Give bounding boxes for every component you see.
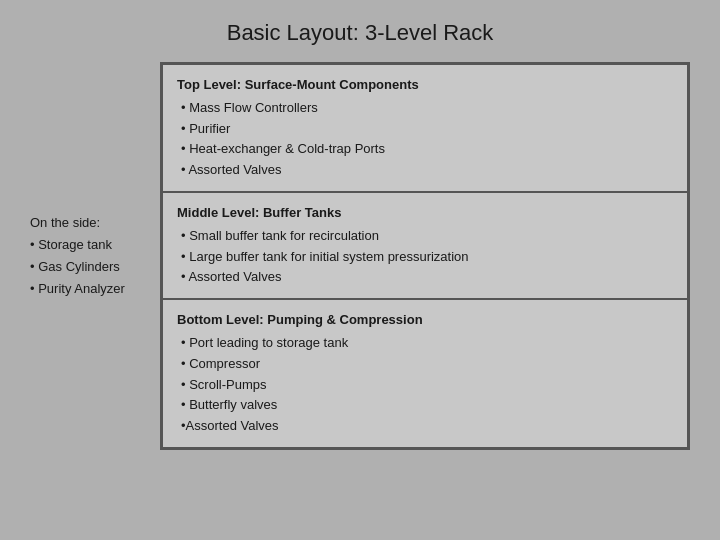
bottom-bullet-2: • Compressor — [177, 354, 673, 375]
middle-bullet-2: • Large buffer tank for initial system p… — [177, 247, 673, 268]
rack-level-top: Top Level: Surface-Mount Components • Ma… — [162, 64, 688, 192]
top-bullet-1: • Mass Flow Controllers — [177, 98, 673, 119]
rack-level-bottom: Bottom Level: Pumping & Compression • Po… — [162, 299, 688, 448]
side-item-2: • Gas Cylinders — [30, 256, 148, 278]
page-title: Basic Layout: 3-Level Rack — [227, 20, 494, 46]
rack-level-middle: Middle Level: Buffer Tanks • Small buffe… — [162, 192, 688, 299]
side-panel-label: On the side: — [30, 212, 148, 234]
middle-level-title: Middle Level: Buffer Tanks — [177, 203, 673, 224]
main-layout: On the side: • Storage tank • Gas Cylind… — [30, 62, 690, 450]
bottom-bullet-5: •Assorted Valves — [177, 416, 673, 437]
top-level-title: Top Level: Surface-Mount Components — [177, 75, 673, 96]
bottom-level-title: Bottom Level: Pumping & Compression — [177, 310, 673, 331]
middle-bullet-1: • Small buffer tank for recirculation — [177, 226, 673, 247]
top-bullet-4: • Assorted Valves — [177, 160, 673, 181]
bottom-bullet-4: • Butterfly valves — [177, 395, 673, 416]
bottom-bullet-3: • Scroll-Pumps — [177, 375, 673, 396]
rack-container: Top Level: Surface-Mount Components • Ma… — [160, 62, 690, 450]
side-item-1: • Storage tank — [30, 234, 148, 256]
top-bullet-3: • Heat-exchanger & Cold-trap Ports — [177, 139, 673, 160]
top-bullet-2: • Purifier — [177, 119, 673, 140]
bottom-bullet-1: • Port leading to storage tank — [177, 333, 673, 354]
middle-bullet-3: • Assorted Valves — [177, 267, 673, 288]
side-item-3: • Purity Analyzer — [30, 278, 148, 300]
side-panel: On the side: • Storage tank • Gas Cylind… — [30, 62, 160, 450]
